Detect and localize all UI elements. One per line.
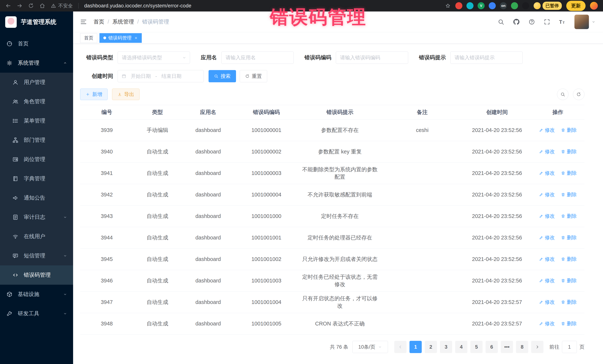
add-button[interactable]: 新增 <box>80 88 108 100</box>
edit-link[interactable]: 修改 <box>539 299 555 305</box>
cell-code: 1001001002 <box>235 249 298 270</box>
cell-remark <box>382 292 463 313</box>
address-url[interactable]: dashboard.yudao.iocoder.cn/system/error-… <box>84 3 191 9</box>
extension-on-badge-icon[interactable]: on <box>500 2 507 9</box>
browser-profile-avatar[interactable] <box>590 2 598 10</box>
delete-link[interactable]: 删除 <box>561 148 577 155</box>
edit-link[interactable]: 修改 <box>539 170 555 176</box>
pager-page-4[interactable]: 4 <box>455 341 467 353</box>
extension-green-leaf-icon[interactable] <box>511 2 518 9</box>
github-icon[interactable] <box>513 18 520 25</box>
next-page-button[interactable] <box>531 341 544 353</box>
cell-time: 2021-04-20 23:52:56 <box>463 249 531 270</box>
error-code-input[interactable] <box>336 52 408 64</box>
edit-link[interactable]: 修改 <box>539 148 555 155</box>
edit-link[interactable]: 修改 <box>539 213 555 220</box>
app-logo[interactable]: 芋道管理系统 <box>0 11 73 33</box>
fullscreen-icon[interactable] <box>544 19 550 25</box>
extension-green-v-icon[interactable]: V <box>477 2 485 9</box>
sidebar-item-post[interactable]: 岗位管理 <box>0 150 73 169</box>
edit-link[interactable]: 修改 <box>539 277 555 284</box>
sidebar-item-role[interactable]: 角色管理 <box>0 92 73 111</box>
tab-home[interactable]: 首页 <box>80 33 97 43</box>
sidebar-item-audit-log[interactable]: 审计日志 <box>0 208 73 227</box>
delete-icon <box>561 192 565 197</box>
user-avatar-menu[interactable] <box>574 15 596 29</box>
pager-ellipsis[interactable]: ••• <box>501 341 513 353</box>
error-type-select[interactable]: 请选择错误码类型 <box>118 52 190 64</box>
delete-link[interactable]: 删除 <box>561 170 577 176</box>
refresh-table-button[interactable] <box>573 88 584 100</box>
extension-red-dot-icon[interactable] <box>455 2 462 9</box>
tab-error-code[interactable]: 错误码管理 <box>99 33 142 43</box>
delete-link[interactable]: 删除 <box>561 234 577 241</box>
sidebar-item-dict[interactable]: 字典管理 <box>0 169 73 188</box>
edit-link[interactable]: 修改 <box>539 256 555 263</box>
help-icon[interactable] <box>528 19 535 25</box>
sidebar-item-dev-tools[interactable]: 研发工具 <box>0 304 73 323</box>
delete-link[interactable]: 删除 <box>561 277 577 284</box>
sidebar-item-notice[interactable]: 通知公告 <box>0 188 73 208</box>
pager-page-6[interactable]: 6 <box>486 341 498 353</box>
edit-link[interactable]: 修改 <box>539 320 555 327</box>
edit-link[interactable]: 修改 <box>539 234 555 241</box>
breadcrumb-system[interactable]: 系统管理 <box>112 18 134 26</box>
edit-link[interactable]: 修改 <box>539 127 555 133</box>
sidebar-item-menu[interactable]: 菜单管理 <box>0 111 73 131</box>
toggle-search-button[interactable] <box>557 88 568 100</box>
sidebar-item-error-code[interactable]: 错误码管理 <box>0 265 73 285</box>
breadcrumb-home[interactable]: 首页 <box>93 18 104 26</box>
pager-page-5[interactable]: 5 <box>470 341 483 353</box>
delete-link[interactable]: 删除 <box>561 213 577 220</box>
sidebar-item-dept[interactable]: 部门管理 <box>0 131 73 150</box>
search-button[interactable]: 搜索 <box>209 70 236 82</box>
delete-link[interactable]: 删除 <box>561 320 577 327</box>
breadcrumb: 首页 / 系统管理 / 错误码管理 <box>93 18 169 26</box>
pager-page-2[interactable]: 2 <box>425 341 437 353</box>
bookmark-star-icon[interactable] <box>445 3 451 9</box>
sidebar-fold-icon[interactable] <box>80 18 87 26</box>
cell-type: 自动生成 <box>133 141 182 163</box>
chevron-down-icon <box>63 254 67 258</box>
pager-page-1[interactable]: 1 <box>409 341 422 353</box>
back-icon[interactable] <box>5 3 11 9</box>
extension-blue-grid-icon[interactable] <box>489 2 496 9</box>
reload-icon[interactable] <box>28 3 34 9</box>
pager-page-8[interactable]: 8 <box>516 341 528 353</box>
search-icon[interactable] <box>498 19 504 25</box>
paused-extension[interactable]: 已暂停 <box>533 2 562 10</box>
prev-page-button[interactable] <box>394 341 406 353</box>
cell-app: dashboard <box>181 313 235 334</box>
forward-icon[interactable] <box>17 3 23 9</box>
delete-link[interactable]: 删除 <box>561 127 577 133</box>
delete-link[interactable]: 删除 <box>561 256 577 263</box>
export-button[interactable]: 导出 <box>112 88 139 100</box>
app-name-input[interactable] <box>221 52 294 64</box>
security-indicator[interactable]: 不安全 <box>51 3 73 9</box>
edit-link[interactable]: 修改 <box>539 191 555 198</box>
close-icon[interactable] <box>134 36 138 40</box>
sidebar-item-user[interactable]: 用户管理 <box>0 73 73 92</box>
reset-button[interactable]: 重置 <box>240 70 267 82</box>
sidebar-item-infra[interactable]: 基础设施 <box>0 285 73 304</box>
font-size-icon[interactable]: TT <box>559 18 566 25</box>
goto-page-input[interactable] <box>562 341 577 353</box>
sidebar-item-label: 在线用户 <box>24 233 45 240</box>
sidebar-item-system[interactable]: 系统管理 <box>0 53 73 73</box>
extension-dark-pin-icon[interactable] <box>522 2 529 9</box>
create-time-range[interactable]: 开始日期 - 结束日期 <box>118 70 204 82</box>
sidebar-item-sms[interactable]: 短信管理 <box>0 246 73 265</box>
error-msg-input[interactable] <box>450 52 523 64</box>
extension-teal-drop-icon[interactable] <box>466 2 474 9</box>
browser-update-button[interactable]: 更新 <box>566 1 586 11</box>
delete-link[interactable]: 删除 <box>561 191 577 198</box>
pager-page-3[interactable]: 3 <box>440 341 452 353</box>
page-size-select[interactable]: 10条/页 <box>352 341 388 353</box>
error-msg-label: 错误码提示 <box>419 54 446 61</box>
user-icon <box>12 79 19 86</box>
sidebar-item-home[interactable]: 首页 <box>0 34 73 53</box>
refresh-icon <box>245 74 250 78</box>
home-icon[interactable] <box>39 3 45 9</box>
sidebar-item-online-user[interactable]: 在线用户 <box>0 227 73 246</box>
delete-link[interactable]: 删除 <box>561 299 577 305</box>
